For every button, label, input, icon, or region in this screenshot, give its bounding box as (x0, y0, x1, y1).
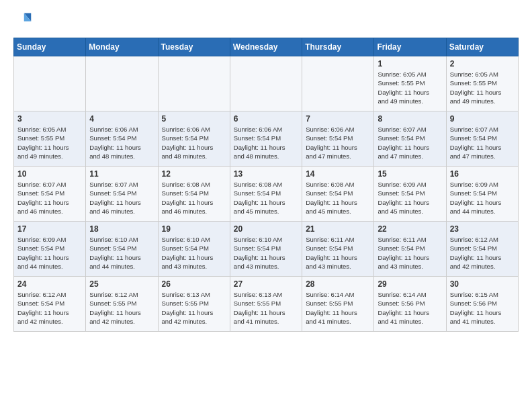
day-info: Sunrise: 6:08 AMSunset: 5:54 PMDaylight:… (234, 180, 298, 216)
day-number: 26 (162, 279, 226, 289)
calendar-cell (230, 56, 302, 111)
calendar-cell: 2Sunrise: 6:05 AMSunset: 5:55 PMDaylight… (446, 56, 518, 111)
day-number: 12 (162, 169, 226, 179)
calendar-cell: 10Sunrise: 6:07 AMSunset: 5:54 PMDayligh… (14, 167, 86, 222)
day-info: Sunrise: 6:08 AMSunset: 5:54 PMDaylight:… (306, 180, 370, 216)
day-info: Sunrise: 6:09 AMSunset: 5:54 PMDaylight:… (17, 235, 82, 271)
day-number: 2 (450, 59, 515, 68)
day-number: 1 (378, 59, 442, 68)
header (13, 11, 519, 30)
page: SundayMondayTuesdayWednesdayThursdayFrid… (0, 0, 532, 345)
day-info: Sunrise: 6:09 AMSunset: 5:54 PMDaylight:… (450, 180, 515, 216)
day-info: Sunrise: 6:05 AMSunset: 5:55 PMDaylight:… (17, 125, 82, 161)
calendar-cell: 12Sunrise: 6:08 AMSunset: 5:54 PMDayligh… (158, 167, 230, 222)
day-number: 7 (306, 114, 370, 124)
day-number: 9 (450, 114, 515, 124)
day-info: Sunrise: 6:15 AMSunset: 5:56 PMDaylight:… (450, 290, 515, 326)
calendar-cell: 27Sunrise: 6:13 AMSunset: 5:55 PMDayligh… (230, 277, 302, 332)
day-info: Sunrise: 6:13 AMSunset: 5:55 PMDaylight:… (162, 290, 226, 326)
day-info: Sunrise: 6:05 AMSunset: 5:55 PMDaylight:… (450, 70, 515, 105)
day-number: 23 (450, 224, 515, 234)
calendar-cell: 18Sunrise: 6:10 AMSunset: 5:54 PMDayligh… (86, 222, 158, 277)
calendar-cell: 23Sunrise: 6:12 AMSunset: 5:54 PMDayligh… (446, 222, 518, 277)
day-info: Sunrise: 6:14 AMSunset: 5:56 PMDaylight:… (378, 290, 442, 326)
day-number: 16 (450, 169, 515, 179)
calendar-cell: 6Sunrise: 6:06 AMSunset: 5:54 PMDaylight… (230, 111, 302, 167)
calendar-cell: 1Sunrise: 6:05 AMSunset: 5:55 PMDaylight… (374, 56, 446, 111)
logo (13, 11, 35, 30)
calendar-cell: 3Sunrise: 6:05 AMSunset: 5:55 PMDaylight… (14, 111, 86, 167)
day-number: 30 (450, 279, 515, 289)
day-info: Sunrise: 6:07 AMSunset: 5:54 PMDaylight:… (378, 125, 442, 161)
calendar-cell: 15Sunrise: 6:09 AMSunset: 5:54 PMDayligh… (374, 167, 446, 222)
calendar-cell: 25Sunrise: 6:12 AMSunset: 5:55 PMDayligh… (86, 277, 158, 332)
calendar-cell: 19Sunrise: 6:10 AMSunset: 5:54 PMDayligh… (158, 222, 230, 277)
calendar-cell: 7Sunrise: 6:06 AMSunset: 5:54 PMDaylight… (302, 111, 374, 167)
day-number: 11 (89, 169, 154, 179)
calendar-cell (14, 56, 86, 111)
day-info: Sunrise: 6:07 AMSunset: 5:54 PMDaylight:… (89, 180, 154, 216)
day-number: 18 (89, 224, 154, 234)
calendar-cell: 14Sunrise: 6:08 AMSunset: 5:54 PMDayligh… (302, 167, 374, 222)
day-info: Sunrise: 6:07 AMSunset: 5:54 PMDaylight:… (450, 125, 515, 161)
calendar-cell: 29Sunrise: 6:14 AMSunset: 5:56 PMDayligh… (374, 277, 446, 332)
week-row-1: 3Sunrise: 6:05 AMSunset: 5:55 PMDaylight… (14, 111, 519, 167)
calendar-cell (158, 56, 230, 111)
day-info: Sunrise: 6:14 AMSunset: 5:55 PMDaylight:… (306, 290, 370, 326)
calendar-cell: 30Sunrise: 6:15 AMSunset: 5:56 PMDayligh… (446, 277, 518, 332)
weekday-header-tuesday: Tuesday (158, 38, 230, 56)
logo-icon (13, 11, 32, 30)
day-number: 19 (162, 224, 226, 234)
day-number: 17 (17, 224, 82, 234)
day-info: Sunrise: 6:06 AMSunset: 5:54 PMDaylight:… (234, 125, 298, 161)
weekday-header-sunday: Sunday (14, 38, 86, 56)
calendar-cell: 22Sunrise: 6:11 AMSunset: 5:54 PMDayligh… (374, 222, 446, 277)
day-info: Sunrise: 6:13 AMSunset: 5:55 PMDaylight:… (234, 290, 298, 326)
day-info: Sunrise: 6:09 AMSunset: 5:54 PMDaylight:… (378, 180, 442, 216)
day-info: Sunrise: 6:12 AMSunset: 5:55 PMDaylight:… (89, 290, 154, 326)
week-row-2: 10Sunrise: 6:07 AMSunset: 5:54 PMDayligh… (14, 167, 519, 222)
weekday-header-wednesday: Wednesday (230, 38, 302, 56)
day-number: 8 (378, 114, 442, 124)
day-info: Sunrise: 6:06 AMSunset: 5:54 PMDaylight:… (162, 125, 226, 161)
day-number: 21 (306, 224, 370, 234)
day-number: 29 (378, 279, 442, 289)
day-info: Sunrise: 6:06 AMSunset: 5:54 PMDaylight:… (89, 125, 154, 161)
day-info: Sunrise: 6:10 AMSunset: 5:54 PMDaylight:… (89, 235, 154, 271)
week-row-4: 24Sunrise: 6:12 AMSunset: 5:54 PMDayligh… (14, 277, 519, 332)
calendar-cell: 4Sunrise: 6:06 AMSunset: 5:54 PMDaylight… (86, 111, 158, 167)
day-number: 15 (378, 169, 442, 179)
day-number: 6 (234, 114, 298, 124)
calendar-cell: 26Sunrise: 6:13 AMSunset: 5:55 PMDayligh… (158, 277, 230, 332)
weekday-header-friday: Friday (374, 38, 446, 56)
day-number: 20 (234, 224, 298, 234)
day-info: Sunrise: 6:05 AMSunset: 5:55 PMDaylight:… (378, 70, 442, 105)
day-info: Sunrise: 6:10 AMSunset: 5:54 PMDaylight:… (234, 235, 298, 271)
day-number: 24 (17, 279, 82, 289)
day-info: Sunrise: 6:06 AMSunset: 5:54 PMDaylight:… (306, 125, 370, 161)
calendar-cell: 11Sunrise: 6:07 AMSunset: 5:54 PMDayligh… (86, 167, 158, 222)
week-row-0: 1Sunrise: 6:05 AMSunset: 5:55 PMDaylight… (14, 56, 519, 111)
calendar-cell: 8Sunrise: 6:07 AMSunset: 5:54 PMDaylight… (374, 111, 446, 167)
day-info: Sunrise: 6:11 AMSunset: 5:54 PMDaylight:… (306, 235, 370, 271)
weekday-header-row: SundayMondayTuesdayWednesdayThursdayFrid… (14, 38, 519, 56)
day-number: 25 (89, 279, 154, 289)
day-info: Sunrise: 6:07 AMSunset: 5:54 PMDaylight:… (17, 180, 82, 216)
day-number: 5 (162, 114, 226, 124)
day-info: Sunrise: 6:08 AMSunset: 5:54 PMDaylight:… (162, 180, 226, 216)
day-number: 27 (234, 279, 298, 289)
day-number: 4 (89, 114, 154, 124)
day-info: Sunrise: 6:10 AMSunset: 5:54 PMDaylight:… (162, 235, 226, 271)
day-number: 10 (17, 169, 82, 179)
day-info: Sunrise: 6:12 AMSunset: 5:54 PMDaylight:… (450, 235, 515, 271)
day-info: Sunrise: 6:11 AMSunset: 5:54 PMDaylight:… (378, 235, 442, 271)
weekday-header-thursday: Thursday (302, 38, 374, 56)
calendar-cell (86, 56, 158, 111)
day-number: 28 (306, 279, 370, 289)
calendar-cell: 9Sunrise: 6:07 AMSunset: 5:54 PMDaylight… (446, 111, 518, 167)
calendar-cell (302, 56, 374, 111)
calendar-cell: 13Sunrise: 6:08 AMSunset: 5:54 PMDayligh… (230, 167, 302, 222)
weekday-header-saturday: Saturday (446, 38, 518, 56)
calendar-cell: 20Sunrise: 6:10 AMSunset: 5:54 PMDayligh… (230, 222, 302, 277)
weekday-header-monday: Monday (86, 38, 158, 56)
